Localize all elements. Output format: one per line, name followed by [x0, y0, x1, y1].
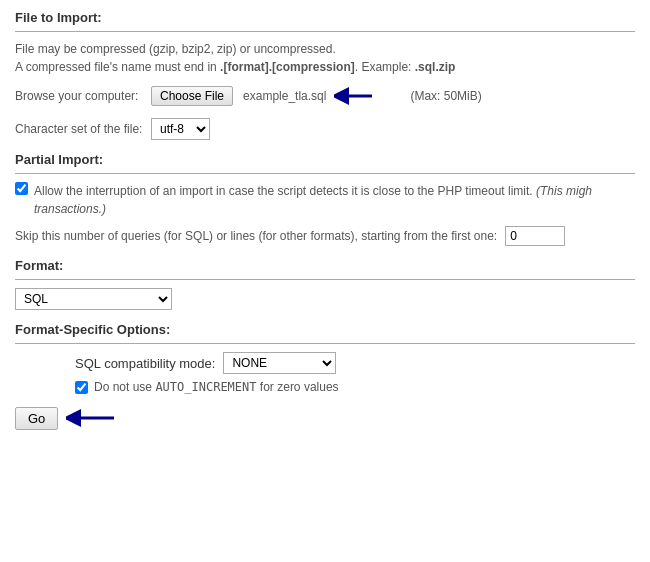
browse-row: Browse your computer: Choose File exampl…: [15, 82, 635, 110]
go-arrow-icon: [66, 404, 116, 432]
file-import-divider: [15, 31, 635, 32]
max-size-text: (Max: 50MiB): [410, 89, 481, 103]
partial-import-divider: [15, 173, 635, 174]
charset-row: Character set of the file: utf-8 latin1: [15, 118, 635, 140]
skip-row: Skip this number of queries (for SQL) or…: [15, 226, 635, 246]
go-button[interactable]: Go: [15, 407, 58, 430]
partial-import-title: Partial Import:: [15, 152, 103, 167]
file-import-section: File to Import: File may be compressed (…: [15, 10, 635, 140]
compat-mode-label: SQL compatibility mode:: [75, 356, 215, 371]
compat-mode-row: SQL compatibility mode: NONE ANSI DB2 MA…: [75, 352, 635, 374]
browse-label: Browse your computer:: [15, 89, 145, 103]
format-title: Format:: [15, 258, 63, 273]
charset-label: Character set of the file:: [15, 122, 145, 136]
file-example-text: example_tla.sql: [243, 89, 326, 103]
go-row: Go: [15, 404, 635, 432]
partial-import-section: Partial Import: Allow the interruption o…: [15, 152, 635, 246]
partial-interrupt-row: Allow the interruption of an import in c…: [15, 182, 635, 218]
auto-increment-checkbox[interactable]: [75, 381, 88, 394]
format-section: Format: SQL CSV CSV using LOAD DATA ODS …: [15, 258, 635, 310]
auto-increment-row: Do not use AUTO_INCREMENT for zero value…: [75, 380, 635, 394]
info-line2-end: . Example:: [355, 60, 415, 74]
format-select-row: SQL CSV CSV using LOAD DATA ODS OpenDocu…: [15, 288, 635, 310]
info-line2-start: A compressed file's name must end in: [15, 60, 220, 74]
info-example-bold: .sql.zip: [415, 60, 456, 74]
format-options-title: Format-Specific Options:: [15, 322, 170, 337]
file-import-info: File may be compressed (gzip, bzip2, zip…: [15, 40, 635, 76]
format-options-divider: [15, 343, 635, 344]
partial-interrupt-text: Allow the interruption of an import in c…: [34, 182, 635, 218]
format-select[interactable]: SQL CSV CSV using LOAD DATA ODS OpenDocu…: [15, 288, 172, 310]
auto-increment-code: AUTO_INCREMENT: [155, 380, 256, 394]
compat-mode-select[interactable]: NONE ANSI DB2 MAXDB MYSQL323 MYSQL40 MSS…: [223, 352, 336, 374]
choose-file-button[interactable]: Choose File: [151, 86, 233, 106]
format-divider: [15, 279, 635, 280]
skip-input[interactable]: [505, 226, 565, 246]
file-import-title: File to Import:: [15, 10, 102, 25]
auto-increment-text: Do not use AUTO_INCREMENT for zero value…: [94, 380, 339, 394]
partial-interrupt-checkbox[interactable]: [15, 182, 28, 195]
charset-select[interactable]: utf-8 latin1: [151, 118, 210, 140]
info-format-bold: .[format].[compression]: [220, 60, 355, 74]
format-options-section: Format-Specific Options: SQL compatibili…: [15, 322, 635, 394]
blue-arrow-icon: [334, 82, 374, 110]
skip-label: Skip this number of queries (for SQL) or…: [15, 229, 497, 243]
info-line1: File may be compressed (gzip, bzip2, zip…: [15, 42, 336, 56]
